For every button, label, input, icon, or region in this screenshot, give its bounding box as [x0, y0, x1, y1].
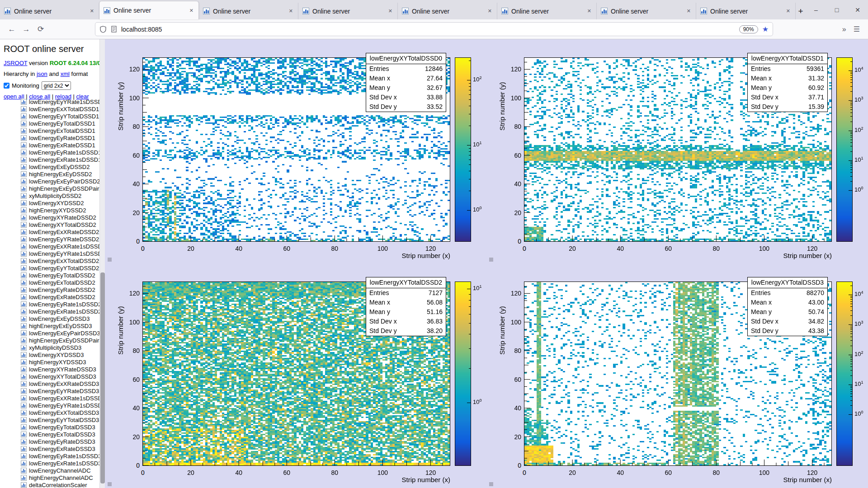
color-scale-bar[interactable]: [836, 57, 853, 242]
tree-item[interactable]: lowEnergyXYTotalDSSD2: [21, 221, 99, 228]
tree-item[interactable]: highEnergyChannelADC: [21, 474, 99, 481]
tree-item[interactable]: lowEnergyChannelADC: [21, 467, 99, 474]
pad-resize-handle[interactable]: [489, 482, 493, 486]
tree-item[interactable]: lowEnergyEyYRateDSSD2: [21, 235, 99, 243]
browser-tab[interactable]: Online server✕: [199, 3, 298, 19]
overflow-chevrons-icon[interactable]: »: [842, 25, 846, 33]
tree-item[interactable]: lowEnergyExXRate1sDSSD2: [21, 243, 99, 250]
tab-close-icon[interactable]: ✕: [89, 7, 95, 15]
color-scale-bar[interactable]: [455, 282, 471, 466]
tree-item[interactable]: xyMultiplicityDSSD2: [21, 192, 99, 199]
grid-select[interactable]: grid 2x2: [42, 81, 71, 90]
stats-box[interactable]: lowEnergyXYTotalDSSD3Entries88270Mean x4…: [747, 277, 828, 336]
tree-item[interactable]: lowEnergyExEyDSSD2: [21, 163, 99, 170]
sidebar-scrollbar[interactable]: [99, 39, 105, 488]
url-text[interactable]: localhost:8085: [121, 26, 735, 33]
tree-item[interactable]: highEnergyXYDSSD3: [21, 358, 99, 366]
tree-item[interactable]: lowEnergyEyYRate1sDSSD2: [21, 250, 99, 257]
tree-item[interactable]: highEnergyExEyDSSDPair3: [21, 337, 99, 344]
tree-item[interactable]: lowEnergyEyRate1sDSSD2: [21, 300, 99, 308]
tree-item[interactable]: lowEnergyEyRate1sDSSD1: [21, 149, 99, 156]
tree-item[interactable]: lowEnergyExXRate1sDSSD3: [21, 394, 99, 402]
tab-close-icon[interactable]: ✕: [487, 7, 493, 15]
tree-item[interactable]: xyMultiplicityDSSD3: [21, 344, 99, 351]
tab-close-icon[interactable]: ✕: [586, 7, 592, 15]
tree-item[interactable]: lowEnergyEyYTotalDSSD2: [21, 264, 99, 272]
back-button[interactable]: ←: [5, 22, 19, 37]
browser-tab[interactable]: Online server✕: [497, 3, 597, 19]
close-icon[interactable]: ✕: [847, 0, 868, 19]
tree-item[interactable]: highEnergyXYDSSD2: [21, 206, 99, 214]
forward-button[interactable]: →: [19, 22, 33, 37]
browser-tab[interactable]: Online server✕: [0, 3, 99, 19]
tree-item[interactable]: lowEnergyExTotalDSSD3: [21, 431, 99, 438]
json-link[interactable]: json: [37, 70, 47, 77]
tree-item[interactable]: lowEnergyExXTotalDSSD2: [21, 257, 99, 264]
stats-box[interactable]: lowEnergyXYTotalDSSD1Entries59361Mean x3…: [747, 53, 828, 112]
page-info-icon[interactable]: [111, 26, 117, 33]
browser-tab[interactable]: Online server✕: [99, 1, 199, 19]
tree-item[interactable]: lowEnergyXYDSSD3: [21, 351, 99, 358]
tree-item[interactable]: lowEnergyExRate1sDSSD3: [21, 460, 99, 467]
tree-item[interactable]: lowEnergyXYTotalDSSD3: [21, 373, 99, 380]
shield-icon[interactable]: [99, 26, 107, 33]
pad-resize-handle[interactable]: [108, 258, 112, 262]
tree-item[interactable]: lowEnergyEyYTotalDSSD3: [21, 416, 99, 423]
zoom-level-badge[interactable]: 90%: [739, 25, 758, 33]
pad-resize-handle[interactable]: [108, 482, 112, 486]
tree-item[interactable]: highEnergyExEyDSSD3: [21, 322, 99, 329]
maximize-icon[interactable]: □: [826, 0, 847, 19]
tree-item[interactable]: lowEnergyExRate1sDSSD2: [21, 308, 99, 315]
browser-tab[interactable]: Online server✕: [298, 3, 398, 19]
tree-item[interactable]: lowEnergyExRateDSSD1: [21, 141, 99, 149]
browser-tab[interactable]: Online server✕: [597, 3, 696, 19]
tree-item[interactable]: lowEnergyExXTotalDSSD3: [21, 409, 99, 416]
tree-item[interactable]: lowEnergyExXRateDSSD2: [21, 228, 99, 235]
color-scale-bar[interactable]: [836, 282, 853, 466]
tree-item[interactable]: lowEnergyEyRate1sDSSD3: [21, 452, 99, 460]
tree-item[interactable]: lowEnergyEyRateDSSD3: [21, 438, 99, 445]
tree-item[interactable]: lowEnergyEyYRate1sDSSD3: [21, 402, 99, 409]
stats-box[interactable]: lowEnergyXYTotalDSSD2Entries7127Mean x56…: [366, 277, 446, 336]
menu-icon[interactable]: ☰: [854, 25, 860, 33]
tree-item[interactable]: lowEnergyXYRateDSSD3: [21, 366, 99, 373]
tree-item[interactable]: lowEnergyEyTotalDSSD2: [21, 272, 99, 279]
tree-item[interactable]: lowEnergyExTotalDSSD2: [21, 279, 99, 286]
stats-box[interactable]: lowEnergyXYTotalDSSD0Entries12846Mean x2…: [366, 53, 446, 112]
scrollbar-thumb[interactable]: [100, 272, 105, 483]
monitoring-checkbox[interactable]: [4, 83, 9, 89]
tree-item[interactable]: lowEnergyExRateDSSD3: [21, 445, 99, 452]
bookmark-star-icon[interactable]: ★: [762, 25, 769, 33]
tree-item[interactable]: lowEnergyExRateDSSD2: [21, 293, 99, 300]
pad-resize-handle[interactable]: [489, 258, 493, 262]
jsroot-link[interactable]: JSROOT: [4, 60, 28, 66]
tree-item[interactable]: lowEnergyEyYRate1sDSSD1: [21, 98, 99, 105]
tab-close-icon[interactable]: ✕: [189, 7, 194, 14]
browser-tab[interactable]: Online server✕: [696, 3, 796, 19]
tree-item[interactable]: lowEnergyExXRateDSSD3: [21, 380, 99, 387]
tree-item[interactable]: lowEnergyEyRateDSSD1: [21, 134, 99, 141]
tree-item[interactable]: lowEnergyXYDSSD2: [21, 199, 99, 206]
tree-item[interactable]: deltaCorrelationScaler: [21, 481, 99, 488]
new-tab-button[interactable]: +: [796, 3, 806, 19]
browser-tab[interactable]: Online server✕: [398, 3, 497, 19]
tree-item[interactable]: lowEnergyExRate1sDSSD1: [21, 156, 99, 163]
tab-close-icon[interactable]: ✕: [288, 7, 294, 15]
tree-item[interactable]: lowEnergyEyYTotalDSSD1: [21, 113, 99, 120]
tree-item[interactable]: lowEnergyExTotalDSSD1: [21, 127, 99, 134]
tree-item[interactable]: lowEnergyExEyDSSD3: [21, 315, 99, 322]
tree-item[interactable]: highEnergyExEyDSSD2: [21, 170, 99, 178]
tree-item[interactable]: lowEnergyXYRateDSSD2: [21, 214, 99, 221]
tree-item[interactable]: lowEnergyEyRateDSSD2: [21, 286, 99, 293]
tree-item[interactable]: lowEnergyEyTotalDSSD3: [21, 423, 99, 431]
tree-item[interactable]: lowEnergyExXTotalDSSD1: [21, 105, 99, 113]
tree-item[interactable]: lowEnergyEyYRateDSSD3: [21, 387, 99, 394]
minimize-icon[interactable]: –: [806, 0, 826, 19]
color-scale-bar[interactable]: [455, 57, 471, 242]
tab-close-icon[interactable]: ✕: [387, 7, 393, 15]
reload-button[interactable]: ⟳: [33, 22, 48, 37]
tab-close-icon[interactable]: ✕: [785, 7, 791, 15]
url-bar[interactable]: localhost:8085 90% ★: [95, 22, 773, 36]
tree-item[interactable]: lowEnergyExEyPairDSSD2: [21, 178, 99, 185]
tree-item[interactable]: lowEnergyEyTotalDSSD1: [21, 120, 99, 127]
